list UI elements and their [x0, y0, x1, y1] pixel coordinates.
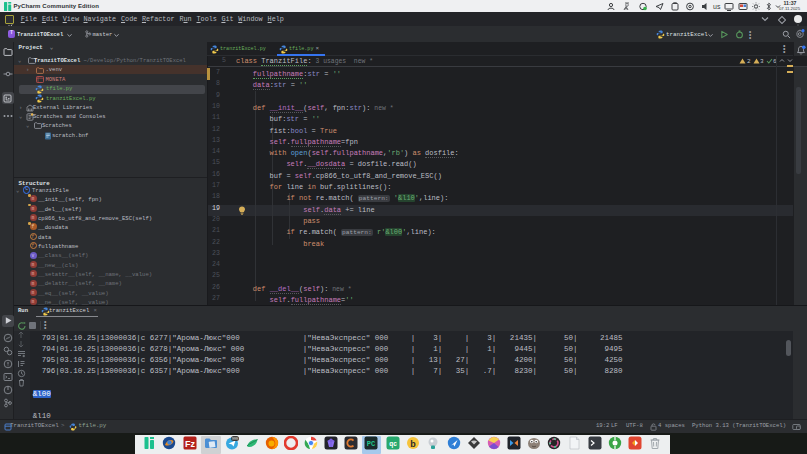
svg-text:999: 999	[232, 437, 238, 441]
svg-text:qc: qc	[389, 440, 397, 448]
svg-text:Fz: Fz	[185, 439, 195, 449]
svg-text:us: us	[713, 3, 721, 10]
svg-text:PC: PC	[367, 440, 375, 448]
svg-text:b: b	[410, 439, 416, 449]
